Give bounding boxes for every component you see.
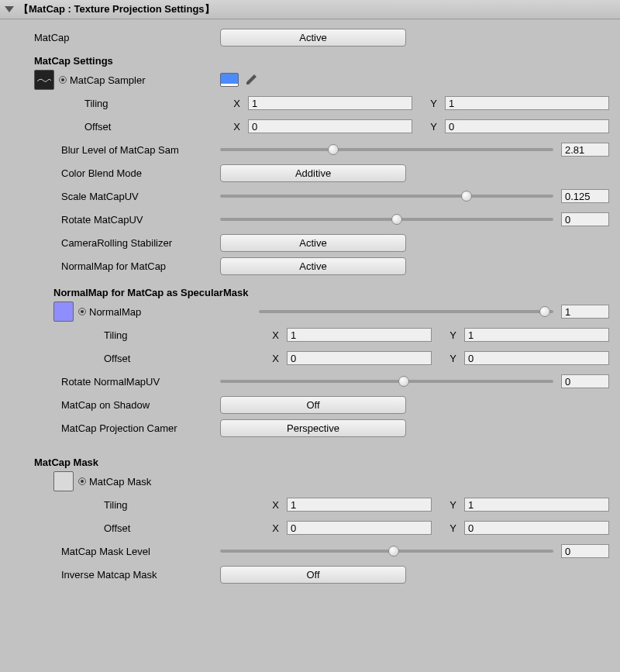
x-label: X — [259, 353, 282, 364]
camera-rolling-button[interactable]: Active — [220, 234, 406, 252]
normalmap-thumbnail[interactable] — [53, 302, 74, 322]
color-blend-label: Color Blend Mode — [11, 167, 220, 179]
section-header[interactable]: 【MatCap : Texture Projection Settings】 — [0, 0, 620, 19]
eyedropper-icon[interactable] — [245, 74, 257, 86]
matcap-on-shadow-button[interactable]: Off — [220, 396, 406, 414]
matcap-mask-thumbnail[interactable] — [53, 471, 74, 491]
normalmap-offset-x[interactable] — [287, 351, 432, 365]
normalmap-label: NormalMap — [78, 306, 141, 318]
normalmap-tiling-x[interactable] — [287, 328, 432, 342]
mask-offset-y[interactable] — [464, 521, 609, 535]
rotate-uv-value[interactable] — [561, 212, 609, 226]
offset-label: Offset — [11, 353, 259, 364]
mask-level-label: MatCap Mask Level — [11, 546, 220, 557]
mask-level-value[interactable] — [561, 544, 609, 558]
rotate-uv-label: Rotate MatCapUV — [11, 214, 220, 226]
radio-icon — [59, 76, 67, 84]
x-label: X — [259, 522, 282, 534]
matcap-tiling-y[interactable] — [445, 96, 609, 110]
slider-thumb-icon — [539, 306, 550, 317]
slider-thumb-icon — [328, 144, 339, 155]
y-label: Y — [436, 499, 460, 511]
x-label: X — [220, 98, 243, 109]
matcap-projection-label: MatCap Projection Camer — [11, 422, 220, 434]
matcap-panel: 【MatCap : Texture Projection Settings】 M… — [0, 0, 620, 603]
scale-uv-value[interactable] — [561, 189, 609, 203]
sampler-texture-icon — [36, 76, 52, 84]
y-label: Y — [436, 522, 460, 534]
matcap-mask-label: MatCap Mask — [78, 476, 151, 488]
matcap-projection-button[interactable]: Perspective — [220, 419, 406, 437]
y-label: Y — [417, 98, 440, 109]
radio-icon — [78, 308, 86, 315]
rotate-normalmap-uv-slider[interactable] — [220, 380, 553, 383]
matcap-settings-heading: MatCap Settings — [11, 55, 609, 67]
tiling-label: Tiling — [11, 329, 259, 341]
matcap-offset-x[interactable] — [248, 119, 412, 133]
matcap-offset-y[interactable] — [445, 119, 609, 133]
x-label: X — [220, 121, 243, 133]
scale-uv-slider[interactable] — [220, 195, 553, 198]
matcap-tiling-x[interactable] — [248, 96, 412, 110]
normalmap-offset-y[interactable] — [464, 351, 609, 365]
matcap-label: MatCap — [11, 32, 220, 43]
normalmap-for-button[interactable]: Active — [220, 257, 406, 275]
rotate-uv-slider[interactable] — [220, 218, 553, 221]
slider-thumb-icon — [461, 191, 472, 202]
matcap-mask-heading: MatCap Mask — [11, 457, 609, 468]
normalmap-heading: NormalMap for MatCap as SpecularMask — [11, 287, 609, 298]
tiling-label: Tiling — [11, 499, 259, 511]
rotate-normalmap-uv-label: Rotate NormalMapUV — [11, 376, 220, 388]
normalmap-tiling-y[interactable] — [464, 328, 609, 342]
x-label: X — [259, 329, 282, 341]
inverse-mask-label: Inverse Matcap Mask — [11, 569, 220, 581]
camera-rolling-label: CameraRolling Stabilizer — [11, 237, 220, 249]
matcap-sampler-label: MatCap Sampler — [59, 74, 146, 86]
normalmap-strength-value[interactable] — [561, 305, 609, 319]
mask-tiling-y[interactable] — [464, 498, 609, 512]
matcap-color-swatch[interactable] — [220, 73, 239, 87]
blur-slider[interactable] — [220, 148, 553, 151]
y-label: Y — [417, 121, 440, 133]
radio-icon — [78, 477, 86, 485]
normalmap-strength-slider[interactable] — [259, 310, 553, 313]
normalmap-for-label: NormalMap for MatCap — [11, 260, 220, 272]
matcap-on-shadow-label: MatCap on Shadow — [11, 399, 220, 411]
slider-thumb-icon — [391, 214, 402, 225]
x-label: X — [259, 499, 282, 511]
offset-label: Offset — [11, 522, 259, 534]
slider-thumb-icon — [388, 546, 399, 557]
offset-label: Offset — [11, 121, 220, 133]
rotate-normalmap-uv-value[interactable] — [561, 374, 609, 388]
mask-tiling-x[interactable] — [287, 498, 432, 512]
mask-level-slider[interactable] — [220, 550, 553, 553]
tiling-label: Tiling — [11, 98, 220, 109]
color-blend-button[interactable]: Additive — [220, 164, 406, 182]
matcap-toggle-button[interactable]: Active — [220, 29, 406, 47]
section-title: 【MatCap : Texture Projection Settings】 — [19, 2, 215, 16]
slider-thumb-icon — [398, 376, 409, 387]
blur-value[interactable] — [561, 143, 609, 157]
y-label: Y — [436, 353, 460, 364]
y-label: Y — [436, 329, 460, 341]
blur-label: Blur Level of MatCap Sam — [11, 144, 220, 156]
panel-body: MatCap Active MatCap Settings MatCap Sam… — [0, 19, 620, 603]
foldout-arrow-icon — [5, 6, 14, 12]
matcap-sampler-thumbnail[interactable] — [34, 70, 54, 90]
inverse-mask-button[interactable]: Off — [220, 566, 406, 584]
mask-offset-x[interactable] — [287, 521, 432, 535]
scale-uv-label: Scale MatCapUV — [11, 191, 220, 202]
